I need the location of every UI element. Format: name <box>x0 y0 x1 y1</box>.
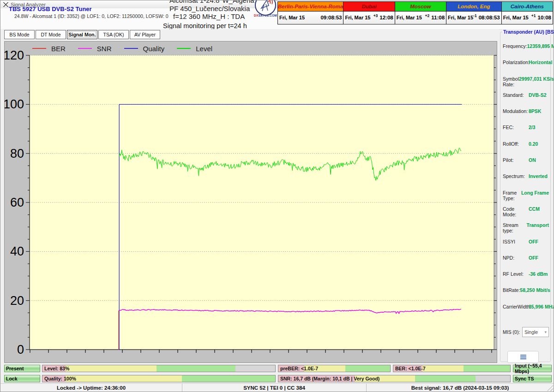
transponder-row-label: Pilot: <box>503 157 529 163</box>
preber-bar-label: preBER: <1.0E-7 <box>280 366 318 371</box>
svg-text:60: 60 <box>10 196 24 209</box>
tuner-details: 24.8W - Alcomsat 1 (ID: 3352) @ LOF1: 0,… <box>14 13 169 19</box>
transponder-row-label: ISSYI <box>503 238 529 244</box>
transponder-row-label: Spectrum: <box>503 173 529 179</box>
legend-label: Level <box>196 45 212 53</box>
sync-ts-badge: Sync TS <box>513 375 552 382</box>
transponder-title: Transponder (AU) [BS] <box>502 29 554 35</box>
legend-level: Level <box>177 45 212 53</box>
transponder-row-value: Inverted <box>529 173 549 179</box>
list-icon <box>520 355 526 360</box>
transponder-row-value: OFF <box>529 238 549 244</box>
ber-line-swatch <box>32 48 46 49</box>
app-icon <box>3 2 8 7</box>
transponder-row-label: Frame Type: <box>503 190 521 201</box>
transponder-row: Modulation:8PSK <box>503 108 549 124</box>
transponder-row-value: 12359,895 MHz <box>527 43 554 49</box>
svg-text:20: 20 <box>10 294 24 308</box>
lock-badge: Lock <box>4 375 40 382</box>
transponder-row-value: CCM <box>529 206 549 212</box>
clock-time: 12:08 <box>379 15 393 20</box>
transponder-row-value: Transport <box>527 222 549 228</box>
transponder-row-value: -36 dBm <box>529 271 549 277</box>
transponder-row-label: FEC: <box>503 124 529 130</box>
present-badge: Present <box>4 365 40 372</box>
preber-bar: preBER: <1.0E-7 <box>278 365 391 372</box>
transponder-row-value: 29997,031 KS/s <box>519 76 554 82</box>
svg-text:0: 0 <box>17 343 24 356</box>
transponder-row-label: Code Mode: <box>503 206 529 217</box>
transponder-row-value: 2/3 <box>529 124 549 130</box>
monitoring-title: Signal monitoring per t=24 h <box>163 22 247 30</box>
clock-date: Fri, Mar 15 <box>345 15 370 20</box>
quality-bar-label: Quality: 100% <box>44 376 76 381</box>
transponder-row: Spectrum:Inverted <box>503 173 549 189</box>
level-line-swatch <box>177 48 191 49</box>
svg-text:80: 80 <box>10 147 24 160</box>
transponder-row: Frame Type:Long Frame <box>503 190 549 206</box>
input-badge: Input (~55,4 Mbps) <box>513 365 552 372</box>
transponder-row: BitRate:58,250 Mbit/s <box>503 287 549 303</box>
transponder-rows: Frequency:12359,895 MHzPolarization:Hori… <box>503 43 549 320</box>
transponder-row-value: 0.20 <box>529 141 549 147</box>
clock-city-label: Dubai <box>343 2 394 12</box>
snr-line-swatch <box>78 48 92 49</box>
tab-dt-mode[interactable]: DT Mode <box>36 30 66 39</box>
clock-city-label: Cairo-Athens <box>502 2 553 12</box>
tab-av-player[interactable]: AV Player <box>130 30 160 39</box>
transponder-row: CarrierWidth:35,996 MHz <box>503 303 549 320</box>
clock-city-label: Berlin-Paris-Vienna-Roma <box>278 2 343 12</box>
clock-cairo: Cairo-Athens Fri, Mar 15 +1 10:08 <box>501 1 553 24</box>
clock-offset: +2 <box>425 13 430 18</box>
transponder-row: RF Level:-36 dBm <box>503 271 549 287</box>
mis-select[interactable]: Single ▾ <box>522 327 549 337</box>
transponder-row-label: BitRate: <box>503 287 520 293</box>
clock-date: Fri, Mar 15 <box>503 15 529 20</box>
transponder-row-label: Frequency: <box>503 43 527 49</box>
transponder-row-label: Polarization: <box>503 59 529 65</box>
dxsatcs-logo: DXSATCS.COM <box>253 0 278 20</box>
svg-text:100: 100 <box>5 97 24 111</box>
level-bar-label: Level: 83% <box>44 366 69 371</box>
mis-value: Single <box>524 329 538 335</box>
tab-tsa[interactable]: TSA (OK) <box>98 30 129 39</box>
clock-offset: +3 <box>373 13 378 18</box>
transponder-sidebar: Transponder (AU) [BS] Frequency:12359,89… <box>500 29 552 364</box>
transponder-row: Symbol Rate:29997,031 KS/s <box>503 76 549 92</box>
signal-analyzer-window: Signal Analyzer TBS 5927 USB DVB-S2 Tune… <box>0 0 554 392</box>
transponder-row-value: 8PSK <box>529 108 549 114</box>
transponder-row-label: NPD: <box>503 255 529 261</box>
transponder-row-label: RollOff: <box>503 141 529 147</box>
level-bar: Level: 83% <box>42 365 276 372</box>
mis-label: MIS (0): <box>503 329 522 335</box>
tab-signal-mon[interactable]: Signal Mon. <box>67 30 97 39</box>
clock-time: 10:08 <box>538 15 551 20</box>
signal-chart: 020406080100120 <box>5 42 497 362</box>
ber-bar: BER: <1.0E-7 <box>393 365 511 372</box>
status-lock-uptime: Locked -> Uptime: 24:36:00 <box>0 384 182 392</box>
tuner-name: TBS 5927 USB DVB-S2 Tuner <box>9 6 92 12</box>
chevron-down-icon: ▾ <box>544 330 547 334</box>
transponder-row: FEC:2/3 <box>503 124 549 140</box>
mis-row: MIS (0): Single ▾ <box>503 327 549 337</box>
clock-date: Fri, Mar 15 <box>279 15 305 20</box>
transponder-row-value: Horizontal <box>529 59 552 65</box>
legend-label: BER <box>51 45 66 53</box>
clock-date: Fri, Mar 15 <box>397 15 422 20</box>
clock-offset: +1 <box>531 13 536 18</box>
transponder-row-label: RF Level: <box>503 271 529 277</box>
stream-list-button[interactable] <box>507 351 539 363</box>
clock-time: 08:08:53 <box>479 15 500 20</box>
world-clocks: Berlin-Paris-Vienna-Roma Fri, Mar 15 09:… <box>277 1 553 24</box>
transponder-row: RollOff:0.20 <box>503 141 549 157</box>
transponder-row: Code Mode:CCM <box>503 206 549 222</box>
tab-bs-mode[interactable]: BS Mode <box>4 30 35 39</box>
legend-snr: SNR <box>78 45 112 53</box>
signal-chart-panel: 020406080100120 BER SNR Quality Level <box>4 41 497 363</box>
status-sync-counters: SYNC 52 | TEI 0 | CC 384 <box>182 384 367 392</box>
dish-icon <box>255 0 276 16</box>
transponder-row: Frequency:12359,895 MHz <box>503 43 549 59</box>
quality-bar: Quality: 100% <box>42 375 276 382</box>
transponder-row-value: Long Frame <box>521 190 549 196</box>
clock-date: Fri, Mar 15 <box>448 15 473 20</box>
